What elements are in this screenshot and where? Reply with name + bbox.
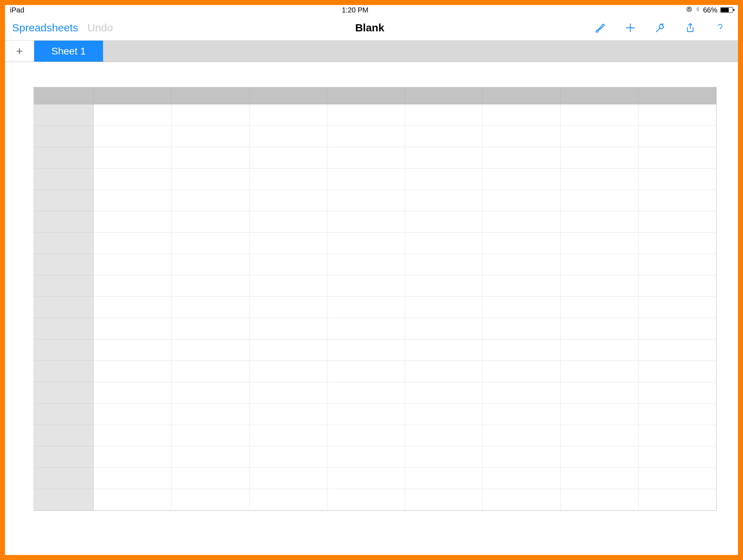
cell[interactable] [639, 254, 716, 275]
cell[interactable] [483, 147, 560, 168]
column-header[interactable] [327, 87, 405, 104]
cell[interactable] [171, 190, 249, 211]
plus-icon[interactable] [623, 21, 637, 35]
cell[interactable] [94, 339, 171, 361]
column-header[interactable] [405, 87, 483, 104]
row-header[interactable] [34, 446, 94, 468]
cell[interactable] [94, 361, 171, 382]
row-header[interactable] [34, 190, 94, 211]
cell[interactable] [405, 425, 483, 446]
row-header[interactable] [34, 425, 94, 446]
cell[interactable] [561, 168, 639, 190]
cell[interactable] [94, 489, 171, 510]
cell[interactable] [171, 404, 249, 425]
cell[interactable] [483, 254, 560, 275]
cell[interactable] [483, 168, 560, 190]
cell[interactable] [561, 297, 639, 318]
cell[interactable] [639, 425, 716, 446]
cell[interactable] [171, 297, 249, 318]
cell[interactable] [561, 126, 639, 147]
cell[interactable] [250, 190, 327, 211]
cell[interactable] [94, 404, 171, 425]
cell[interactable] [483, 297, 560, 318]
column-header[interactable] [171, 87, 249, 104]
cell[interactable] [561, 147, 639, 168]
row-header[interactable] [34, 489, 94, 510]
cell[interactable] [250, 233, 327, 254]
cell[interactable] [327, 339, 405, 361]
cell[interactable] [405, 382, 483, 404]
cell[interactable] [483, 339, 560, 361]
row-header[interactable] [34, 339, 94, 361]
cell[interactable] [639, 147, 716, 168]
cell[interactable] [327, 168, 405, 190]
cell[interactable] [405, 211, 483, 233]
cell[interactable] [483, 233, 560, 254]
spreadsheet-canvas[interactable] [5, 62, 738, 555]
cell[interactable] [171, 147, 249, 168]
cell[interactable] [405, 489, 483, 510]
cell[interactable] [483, 489, 560, 510]
cell[interactable] [94, 446, 171, 468]
cell[interactable] [171, 275, 249, 297]
row-header[interactable] [34, 211, 94, 233]
cell[interactable] [94, 382, 171, 404]
cell[interactable] [327, 297, 405, 318]
cell[interactable] [639, 318, 716, 339]
cell[interactable] [639, 489, 716, 510]
cell[interactable] [483, 190, 560, 211]
cell[interactable] [639, 104, 716, 126]
cell[interactable] [171, 168, 249, 190]
column-header[interactable] [483, 87, 560, 104]
row-header[interactable] [34, 104, 94, 126]
cell[interactable] [639, 361, 716, 382]
cell[interactable] [250, 361, 327, 382]
cell[interactable] [561, 104, 639, 126]
cell[interactable] [250, 297, 327, 318]
cell[interactable] [561, 275, 639, 297]
cell[interactable] [639, 211, 716, 233]
cell[interactable] [483, 275, 560, 297]
cell[interactable] [405, 318, 483, 339]
cell[interactable] [171, 233, 249, 254]
cell[interactable] [483, 468, 560, 489]
cell[interactable] [405, 147, 483, 168]
cell[interactable] [250, 168, 327, 190]
cell[interactable] [250, 446, 327, 468]
cell[interactable] [561, 382, 639, 404]
cell[interactable] [483, 446, 560, 468]
wrench-icon[interactable] [653, 21, 667, 35]
cell[interactable] [94, 233, 171, 254]
cell[interactable] [483, 126, 560, 147]
cell[interactable] [327, 147, 405, 168]
row-header[interactable] [34, 254, 94, 275]
cell[interactable] [483, 104, 560, 126]
row-header[interactable] [34, 468, 94, 489]
row-header[interactable] [34, 275, 94, 297]
cell[interactable] [94, 425, 171, 446]
cell[interactable] [327, 211, 405, 233]
row-header[interactable] [34, 126, 94, 147]
cell[interactable] [639, 382, 716, 404]
row-header[interactable] [34, 147, 94, 168]
cell[interactable] [639, 468, 716, 489]
row-header[interactable] [34, 404, 94, 425]
cell[interactable] [405, 233, 483, 254]
cell[interactable] [327, 318, 405, 339]
cell[interactable] [250, 254, 327, 275]
help-icon[interactable] [713, 21, 727, 35]
cell[interactable] [327, 404, 405, 425]
cell[interactable] [250, 318, 327, 339]
cell[interactable] [327, 361, 405, 382]
cell[interactable] [327, 233, 405, 254]
cell[interactable] [639, 339, 716, 361]
cell[interactable] [327, 190, 405, 211]
cell[interactable] [561, 233, 639, 254]
cell[interactable] [250, 104, 327, 126]
cell[interactable] [639, 297, 716, 318]
cell[interactable] [94, 190, 171, 211]
cell[interactable] [327, 104, 405, 126]
cell[interactable] [171, 489, 249, 510]
cell[interactable] [483, 425, 560, 446]
cell[interactable] [250, 489, 327, 510]
